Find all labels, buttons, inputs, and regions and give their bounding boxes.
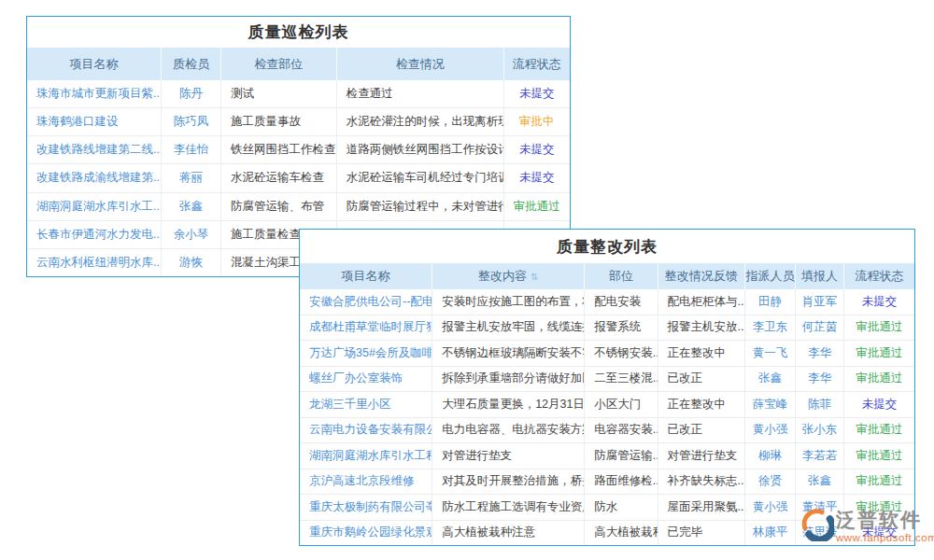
assignee-link[interactable]: 薛宝峰 bbox=[745, 392, 796, 417]
inspection-situation-cell: 防腐管运输过程中，未对管进行... bbox=[337, 193, 504, 220]
project-name-link[interactable]: 湖南洞庭湖水库引水工程施工I标 bbox=[300, 443, 432, 469]
project-name-link[interactable]: 云南水利枢纽潜明水库... bbox=[27, 249, 162, 276]
inspector-link[interactable]: 李佳怡 bbox=[162, 136, 221, 163]
project-name-link[interactable]: 京沪高速北京段维修 bbox=[300, 469, 432, 495]
part-cell: 小区大门 bbox=[585, 392, 658, 417]
project-name-link[interactable]: 成都杜甫草堂临时展厅独立展... bbox=[300, 315, 432, 341]
assignee-link[interactable]: 柳琳 bbox=[745, 443, 796, 469]
feedback-cell: 屋面采用聚氨... bbox=[658, 495, 745, 520]
reporter-link[interactable]: 张小东 bbox=[796, 418, 844, 443]
rectification-header-assignee: 指派人员 bbox=[745, 263, 796, 289]
status-badge[interactable]: 未提交 bbox=[504, 136, 570, 163]
status-badge[interactable]: 审批通过 bbox=[844, 367, 914, 392]
status-badge[interactable]: 未提交 bbox=[504, 80, 570, 107]
table-row: 珠海市城市更新项目紫...陈丹测试检查通过未提交 bbox=[27, 80, 570, 108]
feedback-cell: 配电柜柜体与... bbox=[658, 289, 745, 315]
assignee-link[interactable]: 李卫东 bbox=[745, 315, 796, 341]
reporter-link[interactable]: 何芷茵 bbox=[796, 315, 844, 341]
rectification-header-content[interactable]: 整改内容⇅ bbox=[432, 263, 585, 289]
status-badge[interactable]: 未提交 bbox=[844, 392, 914, 417]
rectify-content-cell: 电力电容器、电抗器安装方案... bbox=[432, 418, 585, 443]
status-badge[interactable]: 审批通过 bbox=[844, 469, 914, 495]
project-name-link[interactable]: 龙湖三千里小区 bbox=[300, 392, 432, 417]
feedback-cell: 补齐缺失标志... bbox=[658, 469, 745, 495]
status-badge[interactable]: 审批通过 bbox=[504, 193, 570, 220]
table-row: 龙湖三千里小区大理石质量更换，12月31日之...小区大门正在整改中薛宝峰陈菲未… bbox=[300, 392, 914, 418]
rectification-header-project: 项目名称 bbox=[300, 263, 432, 289]
table-row: 安徽合肥供电公司--配电设备...安装时应按施工图的布置，将...配电安装配电柜… bbox=[300, 289, 914, 315]
rectification-header-part: 部位 bbox=[585, 263, 658, 289]
status-badge[interactable]: 未提交 bbox=[504, 164, 570, 191]
rectification-table-body: 安徽合肥供电公司--配电设备...安装时应按施工图的布置，将...配电安装配电柜… bbox=[300, 289, 914, 545]
assignee-link[interactable]: 田静 bbox=[745, 289, 796, 315]
assignee-link[interactable]: 黄小强 bbox=[745, 495, 796, 520]
project-name-link[interactable]: 珠海鹤港口建设 bbox=[27, 108, 162, 135]
feedback-cell: 已改正 bbox=[658, 367, 745, 392]
table-row: 成都杜甫草堂临时展厅独立展...报警主机安放牢固，线缆连接...报警系统报警主机… bbox=[300, 315, 914, 342]
part-cell: 配电安装 bbox=[585, 289, 658, 315]
rectify-content-cell: 大理石质量更换，12月31日之... bbox=[432, 392, 585, 417]
rectify-content-cell: 高大植被栽种注意 bbox=[432, 521, 585, 546]
sort-icon[interactable]: ⇅ bbox=[531, 272, 538, 282]
inspection-situation-cell: 检查通过 bbox=[337, 80, 504, 107]
fanpu-brand-name: 泛普软件 bbox=[836, 508, 934, 532]
table-row: 京沪高速北京段维修对其及时开展整治措施，桥头...路面维修检...补齐缺失标志.… bbox=[300, 469, 914, 496]
inspection-part-cell: 水泥砼运输车检查 bbox=[221, 164, 337, 191]
assignee-link[interactable]: 徐贤 bbox=[745, 469, 796, 495]
feedback-cell: 正在整改中 bbox=[658, 392, 745, 417]
inspection-part-cell: 测试 bbox=[221, 80, 337, 107]
fanpu-logo: 泛普软件 www.fanpusoft.com bbox=[800, 508, 934, 543]
project-name-link[interactable]: 长春市伊通河水力发电... bbox=[27, 221, 162, 248]
project-name-link[interactable]: 重庆太极制药有限公司亳州中... bbox=[300, 495, 432, 520]
status-badge[interactable]: 审批中 bbox=[504, 108, 570, 135]
inspector-link[interactable]: 余小琴 bbox=[162, 221, 221, 248]
status-badge[interactable]: 审批通过 bbox=[844, 341, 914, 366]
project-name-link[interactable]: 万达广场35#会所及咖啡厅空... bbox=[300, 341, 432, 366]
status-badge[interactable]: 审批通过 bbox=[844, 418, 914, 443]
project-name-link[interactable]: 湖南洞庭湖水库引水工... bbox=[27, 193, 162, 220]
project-name-link[interactable]: 安徽合肥供电公司--配电设备... bbox=[300, 289, 432, 315]
project-name-link[interactable]: 云南电力设备安装有限公司20... bbox=[300, 418, 432, 443]
reporter-link[interactable]: 李若若 bbox=[796, 443, 844, 469]
project-name-link[interactable]: 改建铁路线增建第二线... bbox=[27, 136, 162, 163]
feedback-cell: 正在整改中 bbox=[658, 341, 745, 366]
status-badge[interactable]: 未提交 bbox=[844, 289, 914, 315]
inspector-link[interactable]: 陈丹 bbox=[162, 80, 221, 107]
fanpu-logo-icon bbox=[800, 508, 834, 541]
reporter-link[interactable]: 肖亚军 bbox=[796, 289, 844, 315]
part-cell: 电容器安装... bbox=[585, 418, 658, 443]
rectify-content-cell: 防水工程施工选调有专业资质... bbox=[432, 495, 585, 520]
status-badge[interactable]: 审批通过 bbox=[844, 443, 914, 469]
project-name-link[interactable]: 重庆市鹅岭公园绿化景观提升... bbox=[300, 521, 432, 546]
feedback-cell: 已改正 bbox=[658, 418, 745, 443]
reporter-link[interactable]: 李华 bbox=[796, 341, 844, 366]
inspection-header-status: 流程状态 bbox=[504, 48, 570, 80]
inspector-link[interactable]: 陈巧凤 bbox=[162, 108, 221, 135]
fanpu-url[interactable]: www.fanpusoft.com bbox=[836, 532, 934, 543]
reporter-link[interactable]: 李华 bbox=[796, 367, 844, 392]
table-row: 螺丝厂办公室装饰拆除到承重墙部分请做好加固...二至三楼混...已改正张鑫李华审… bbox=[300, 367, 914, 393]
inspection-table-title: 质量巡检列表 bbox=[27, 17, 570, 48]
inspection-part-cell: 铁丝网围挡工作检查 bbox=[221, 136, 337, 163]
inspector-link[interactable]: 游恢 bbox=[162, 249, 221, 276]
rectify-content-cell: 报警主机安放牢固，线缆连接... bbox=[432, 315, 585, 341]
inspector-link[interactable]: 张鑫 bbox=[162, 193, 221, 220]
table-row: 湖南洞庭湖水库引水工...张鑫防腐管运输、布管防腐管运输过程中，未对管进行...… bbox=[27, 193, 570, 221]
project-name-link[interactable]: 珠海市城市更新项目紫... bbox=[27, 80, 162, 107]
rectify-content-cell: 对管进行垫支 bbox=[432, 443, 585, 469]
part-cell: 二至三楼混... bbox=[585, 367, 658, 392]
inspector-link[interactable]: 蒋丽 bbox=[162, 164, 221, 191]
assignee-link[interactable]: 林康平 bbox=[745, 521, 796, 546]
part-cell: 防腐管运输... bbox=[585, 443, 658, 469]
reporter-link[interactable]: 陈菲 bbox=[796, 392, 844, 417]
assignee-link[interactable]: 黄一飞 bbox=[745, 341, 796, 366]
assignee-link[interactable]: 张鑫 bbox=[745, 367, 796, 392]
project-name-link[interactable]: 改建铁路成渝线增建第... bbox=[27, 164, 162, 191]
assignee-link[interactable]: 黄小强 bbox=[745, 418, 796, 443]
status-badge[interactable]: 审批通过 bbox=[844, 315, 914, 341]
project-name-link[interactable]: 螺丝厂办公室装饰 bbox=[300, 367, 432, 392]
table-row: 湖南洞庭湖水库引水工程施工I标对管进行垫支防腐管运输...对管进行垫支柳琳李若若… bbox=[300, 443, 914, 469]
rectification-header-status: 流程状态 bbox=[844, 263, 914, 289]
reporter-link[interactable]: 张鑫 bbox=[796, 469, 844, 495]
table-row: 云南电力设备安装有限公司20...电力电容器、电抗器安装方案...电容器安装..… bbox=[300, 418, 914, 444]
